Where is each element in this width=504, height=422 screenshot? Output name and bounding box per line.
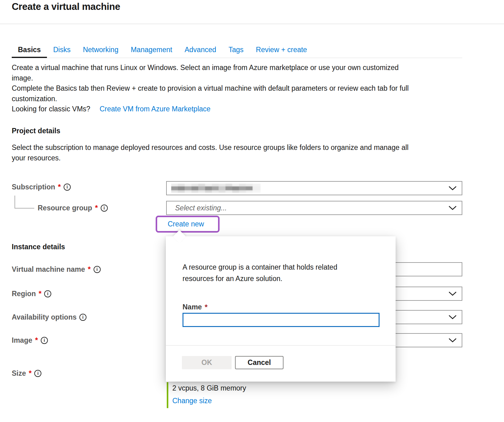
popover-name-label: Name * [183,303,208,311]
tab-networking[interactable]: Networking [77,42,124,58]
resource-group-select[interactable]: Select existing... [166,201,462,215]
required-asterisk: * [39,290,41,297]
project-details-description: Select the subscription to manage deploy… [12,143,409,163]
info-icon[interactable]: i [44,290,51,297]
chevron-down-icon [448,292,457,296]
create-vm-page: Create a virtual machine Basics Disks Ne… [0,0,504,422]
chevron-down-icon [448,206,457,210]
required-asterisk: * [29,370,32,377]
size-summary-text: 2 vcpus, 8 GiB memory [172,384,246,392]
tab-bar: Basics Disks Networking Management Advan… [12,42,462,58]
info-icon[interactable]: i [34,370,41,377]
popover-description-line: A resource group is a container that hol… [183,262,337,273]
project-details-line: your resources. [12,153,409,163]
availability-options-label-text: Availability options [12,313,77,321]
info-icon[interactable]: i [101,205,108,212]
info-icon[interactable]: i [79,314,86,321]
size-label-text: Size [12,369,26,378]
resource-group-placeholder: Select existing... [175,201,227,214]
create-vm-marketplace-link[interactable]: Create VM from Azure Marketplace [99,104,210,114]
tab-review-create[interactable]: Review + create [250,42,313,58]
resource-group-label-text: Resource group [38,204,92,212]
subscription-select[interactable] [166,181,462,195]
required-asterisk: * [205,304,208,311]
instance-details-heading: Instance details [12,243,65,251]
image-label: Image * i [12,336,48,345]
ok-button[interactable]: OK [182,356,232,369]
chevron-down-icon [448,315,457,320]
info-icon[interactable]: i [64,184,71,191]
info-icon[interactable]: i [94,266,101,273]
tab-tags[interactable]: Tags [222,42,250,58]
project-details-heading: Project details [12,127,60,135]
popover-name-label-text: Name [183,303,202,311]
cancel-button[interactable]: Cancel [235,356,284,369]
chevron-down-icon [448,186,457,191]
required-asterisk: * [88,266,90,273]
intro-text: Create a virtual machine that runs Linux… [12,63,409,114]
subscription-tree-connector [15,196,34,209]
subscription-label: Subscription * i [12,183,71,191]
resource-group-label: Resource group * i [38,204,108,212]
tab-advanced[interactable]: Advanced [178,42,222,58]
chevron-down-icon [448,338,457,343]
classic-vms-question: Looking for classic VMs? [12,104,90,114]
vm-name-label: Virtual machine name * i [12,265,101,274]
popover-description: A resource group is a container that hol… [183,262,337,284]
tab-basics[interactable]: Basics [12,42,47,58]
popover-description-line: resources for an Azure solution. [183,273,337,284]
header-divider [0,24,504,24]
intro-line: Create a virtual machine that runs Linux… [12,63,409,73]
info-icon[interactable]: i [41,337,48,344]
subscription-label-text: Subscription [12,183,55,191]
size-label: Size * i [12,369,41,378]
project-details-line: Select the subscription to manage deploy… [12,143,409,153]
required-asterisk: * [95,204,98,212]
vm-name-label-text: Virtual machine name [12,265,85,274]
image-label-text: Image [12,336,32,345]
intro-line: image. [12,73,409,84]
create-resource-group-popover: A resource group is a container that hol… [166,236,396,382]
create-new-resource-group-link[interactable]: Create new [168,220,204,228]
intro-line: Complete the Basics tab then Review + cr… [12,83,409,94]
availability-options-label: Availability options i [12,313,86,321]
region-label: Region * i [12,289,51,298]
tab-disks[interactable]: Disks [47,42,77,58]
popover-divider [166,345,396,345]
region-label-text: Region [12,290,36,298]
change-size-link[interactable]: Change size [172,397,246,405]
tab-management[interactable]: Management [124,42,178,58]
required-asterisk: * [58,183,61,191]
size-summary-block: 2 vcpus, 8 GiB memory Change size [167,382,246,408]
resource-group-name-input[interactable] [183,313,380,327]
page-title: Create a virtual machine [12,1,120,12]
intro-line: customization. [12,94,409,104]
required-asterisk: * [35,337,38,344]
annotation-highlight-box: Create new [156,216,220,233]
redacted-subscription-value [171,184,261,193]
